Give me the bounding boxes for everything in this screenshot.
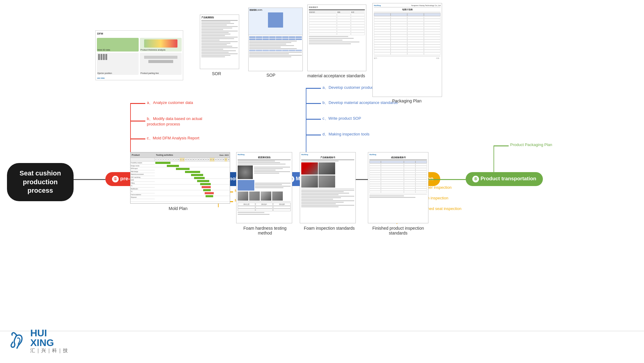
logo-line2: XING [30,338,54,348]
branch-pre-b: b、Modify data based on actual production… [147,116,207,127]
sor-caption: SOR [212,71,221,76]
mold-plan-caption: Mold Plan [169,206,187,211]
branch-pre-c: c、Mold DFM Analysis Report [147,135,199,141]
node-product-transportation: ⑤Product transportation [466,172,543,186]
hline-pre-c [130,138,145,139]
branch-trans-a: Product Packaging Plan [510,142,552,147]
connector-main-to-pre [74,179,105,180]
foam-inspection-caption: Foam inspection standards [303,226,356,231]
finished-product-caption: Finished product inspection standards [366,226,430,235]
dfm-document: DFM Mold 3D data Product thickness analy… [95,30,183,80]
logo-line1: HUI [30,328,47,338]
main-title: Seat cushion production process [7,163,74,201]
hline-tmpl-c [306,119,321,120]
hline-tmpl-b [306,103,321,104]
hline-trans-a [494,145,509,146]
vline-trans-up [494,145,494,172]
packaging-plan-document: HuiXing Yangmen Huang Technology Co.,Ltd… [372,3,442,97]
material-acceptance-document: 检验规格书 检验项目 规格 标准 [307,5,366,71]
logo-area: HUI XING 汇｜兴｜科｜技 [9,328,68,354]
hline-pre-a [130,103,145,104]
hline-tmpl-a [306,88,321,89]
branch-tmpl-d: d、Making inspection tools [322,132,369,137]
packaging-plan-caption: Packaging Plan [392,98,421,103]
branch-tmpl-c: c、Write product SOP [322,116,361,121]
mold-plan-gantt: Product Tooling activities Date: 2023 1 … [130,152,230,204]
sor-document: 产品检测报告 [200,15,239,69]
foam-hardness-caption: Foam hardness testing method [236,226,294,235]
logo-icon [9,331,27,352]
finished-product-document: HuiXing 成品检验规格书 [368,152,428,223]
sop-document: 检验规格 (SOP) [248,8,303,71]
sop-caption: SOP [266,73,276,78]
bottom-divider [0,331,644,331]
branch-tmpl-b: b、Develop material acceptance standards [322,100,398,105]
connector-4-5 [426,179,466,180]
foam-hardness-document: HuiXing 硬度测试报告 [236,152,292,223]
branch-pre-a: a、Analyze customer data [147,100,193,105]
material-acceptance-caption: material acceptance standards [307,73,365,78]
logo-sub: 汇｜兴｜科｜技 [30,348,68,353]
hline-tmpl-d [306,135,321,135]
hline-pre-b [130,121,145,122]
foam-inspection-document: HuiXing 产品检验规格书 [300,152,356,223]
logo-text-block: HUI XING 汇｜兴｜科｜技 [30,328,68,354]
